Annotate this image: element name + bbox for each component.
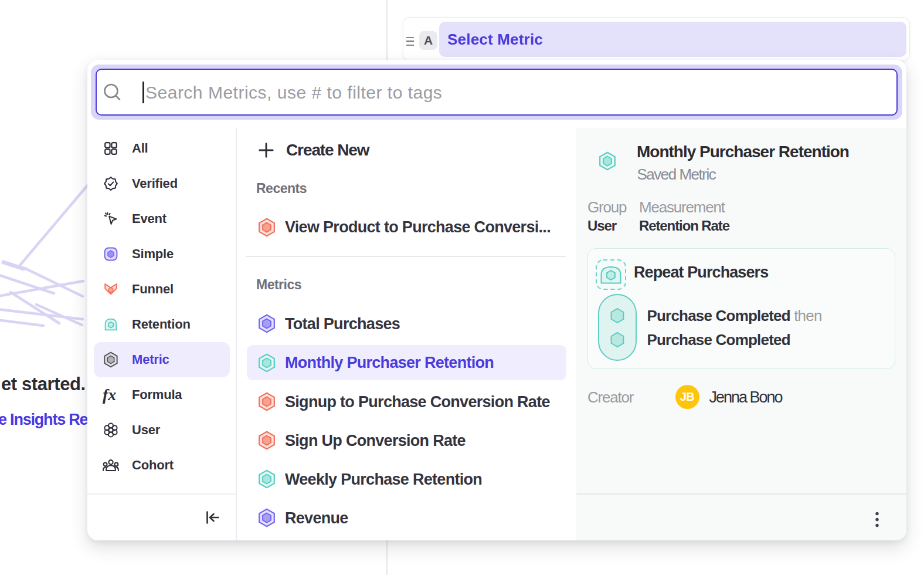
svg-text:fx: fx xyxy=(103,386,116,404)
